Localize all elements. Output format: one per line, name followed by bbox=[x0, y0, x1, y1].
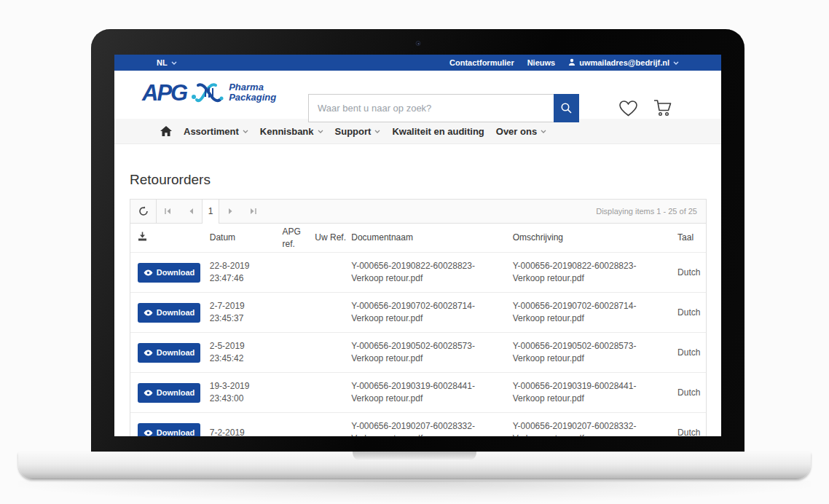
chevron-down-icon bbox=[673, 61, 679, 65]
table-row: Download 2-7-201923:45:37 Y-000656-20190… bbox=[130, 292, 706, 332]
search-input[interactable] bbox=[308, 94, 554, 122]
download-button[interactable]: Download bbox=[138, 383, 200, 403]
download-all-header[interactable] bbox=[130, 232, 207, 245]
column-header-uw-ref[interactable]: Uw Ref. bbox=[312, 232, 348, 244]
eye-icon bbox=[144, 310, 153, 316]
row-language: Dutch bbox=[673, 347, 706, 359]
row-description: Y-000656-20190702-60028714-Verkoop retou… bbox=[510, 300, 673, 325]
search-button[interactable] bbox=[554, 94, 579, 122]
chevron-down-icon bbox=[243, 130, 248, 133]
language-label: NL bbox=[157, 58, 168, 67]
webcam bbox=[415, 41, 420, 46]
nav-item-kennisbank[interactable]: Kennisbank bbox=[260, 126, 323, 137]
eye-icon bbox=[144, 269, 153, 276]
first-page-button[interactable] bbox=[157, 200, 179, 224]
pager-status: Displaying items 1 - 25 of 25 bbox=[596, 207, 706, 216]
first-page-icon bbox=[164, 208, 172, 215]
nav-item-assortiment[interactable]: Assortiment bbox=[184, 126, 248, 137]
row-language: Dutch bbox=[673, 427, 706, 437]
chevron-down-icon bbox=[171, 61, 177, 65]
news-link[interactable]: Nieuws bbox=[527, 58, 556, 67]
retourorders-grid: 1 Displaying items 1 - 25 of 25 bbox=[130, 199, 707, 436]
next-page-button[interactable] bbox=[219, 200, 242, 224]
laptop-base-notch bbox=[353, 452, 476, 461]
site-header: APG Pharma Packaging bbox=[114, 71, 721, 119]
grid-header-row: Datum APG ref. Uw Ref. Documentnaam Omsc… bbox=[130, 224, 706, 252]
row-date: 2-7-201923:45:37 bbox=[207, 300, 280, 325]
column-header-apg-ref[interactable]: APG ref. bbox=[279, 226, 312, 251]
column-header-omschrijving[interactable]: Omschrijving bbox=[510, 232, 673, 244]
contact-link[interactable]: Contactformulier bbox=[449, 58, 514, 67]
page-title: Retourorders bbox=[130, 172, 706, 188]
eye-icon bbox=[144, 390, 153, 396]
chevron-down-icon bbox=[541, 130, 546, 133]
search-bar bbox=[308, 94, 579, 122]
row-document: Y-000656-20190207-60028332-Verkoop retou… bbox=[348, 420, 509, 436]
download-button[interactable]: Download bbox=[138, 343, 200, 363]
cart-button[interactable] bbox=[653, 98, 672, 118]
row-document: Y-000656-20190822-60028823-Verkoop retou… bbox=[348, 260, 509, 285]
refresh-button[interactable] bbox=[130, 200, 157, 224]
laptop-screen: NL Contactformulier Nieuws uwmailadres@b… bbox=[114, 55, 721, 436]
row-description: Y-000656-20190822-60028823-Verkoop retou… bbox=[510, 260, 673, 285]
download-button[interactable]: Download bbox=[138, 303, 200, 323]
apg-logo[interactable]: APG Pharma Packaging bbox=[142, 79, 276, 106]
cart-icon bbox=[653, 99, 672, 118]
download-button[interactable]: Download bbox=[138, 423, 200, 437]
chevron-down-icon bbox=[318, 130, 323, 133]
last-page-icon bbox=[249, 208, 257, 215]
chevron-down-icon bbox=[374, 130, 380, 133]
heart-icon bbox=[618, 100, 638, 117]
home-icon[interactable] bbox=[160, 126, 172, 136]
download-button[interactable]: Download bbox=[138, 263, 200, 283]
row-language: Dutch bbox=[673, 307, 706, 319]
row-document: Y-000656-20190502-60028573-Verkoop retou… bbox=[348, 340, 509, 365]
nav-item-support[interactable]: Support bbox=[335, 126, 381, 137]
download-icon bbox=[138, 232, 147, 241]
last-page-button[interactable] bbox=[242, 200, 264, 224]
row-language: Dutch bbox=[673, 267, 706, 279]
prev-page-button[interactable] bbox=[179, 200, 202, 224]
logo-subtitle: Pharma Packaging bbox=[229, 82, 276, 103]
prev-page-icon bbox=[188, 208, 194, 215]
row-language: Dutch bbox=[673, 387, 706, 399]
row-date: 7-2-2019 bbox=[207, 427, 280, 437]
account-menu[interactable]: uwmailadres@bedrijf.nl bbox=[568, 58, 679, 67]
table-row: Download 22-8-201923:47:46 Y-000656-2019… bbox=[130, 252, 706, 292]
apg-logotype: APG bbox=[142, 82, 186, 104]
next-page-icon bbox=[228, 208, 234, 215]
table-row: Download 7-2-2019 Y-000656-20190207-6002… bbox=[130, 412, 706, 436]
laptop-reflection bbox=[18, 481, 811, 503]
laptop-base bbox=[18, 452, 811, 479]
current-page[interactable]: 1 bbox=[202, 200, 219, 224]
column-header-datum[interactable]: Datum bbox=[207, 232, 280, 244]
row-description: Y-000656-20190319-60028441-Verkoop retou… bbox=[510, 380, 673, 405]
row-description: Y-000656-20190502-60028573-Verkoop retou… bbox=[510, 340, 673, 365]
user-email: uwmailadres@bedrijf.nl bbox=[579, 58, 669, 67]
row-date: 2-5-201923:45:42 bbox=[207, 340, 280, 365]
language-selector[interactable]: NL bbox=[157, 58, 177, 67]
user-icon bbox=[568, 58, 575, 67]
table-row: Download 19-3-201923:43:00 Y-000656-2019… bbox=[130, 372, 706, 412]
refresh-icon bbox=[138, 206, 149, 216]
topbar: NL Contactformulier Nieuws uwmailadres@b… bbox=[114, 55, 721, 71]
eye-icon bbox=[144, 430, 153, 436]
main-nav: Assortiment Kennisbank Support Kwaliteit… bbox=[114, 119, 721, 144]
nav-item-kwaliteit[interactable]: Kwaliteit en auditing bbox=[392, 126, 484, 137]
row-document: Y-000656-20190319-60028441-Verkoop retou… bbox=[348, 380, 509, 405]
eye-icon bbox=[144, 350, 153, 356]
row-date: 19-3-201923:43:00 bbox=[207, 380, 280, 405]
wishlist-button[interactable] bbox=[618, 98, 638, 118]
dna-logo-icon bbox=[191, 79, 224, 106]
column-header-taal[interactable]: Taal bbox=[673, 232, 706, 244]
search-icon bbox=[560, 102, 573, 114]
column-header-documentnaam[interactable]: Documentnaam bbox=[348, 232, 509, 244]
row-date: 22-8-201923:47:46 bbox=[207, 260, 280, 285]
table-row: Download 2-5-201923:45:42 Y-000656-20190… bbox=[130, 332, 706, 372]
row-document: Y-000656-20190702-60028714-Verkoop retou… bbox=[348, 300, 509, 325]
grid-pager: 1 Displaying items 1 - 25 of 25 bbox=[130, 200, 706, 224]
row-description: Y-000656-20190207-60028332-Verkoop retou… bbox=[510, 420, 673, 436]
nav-item-over-ons[interactable]: Over ons bbox=[496, 126, 546, 137]
